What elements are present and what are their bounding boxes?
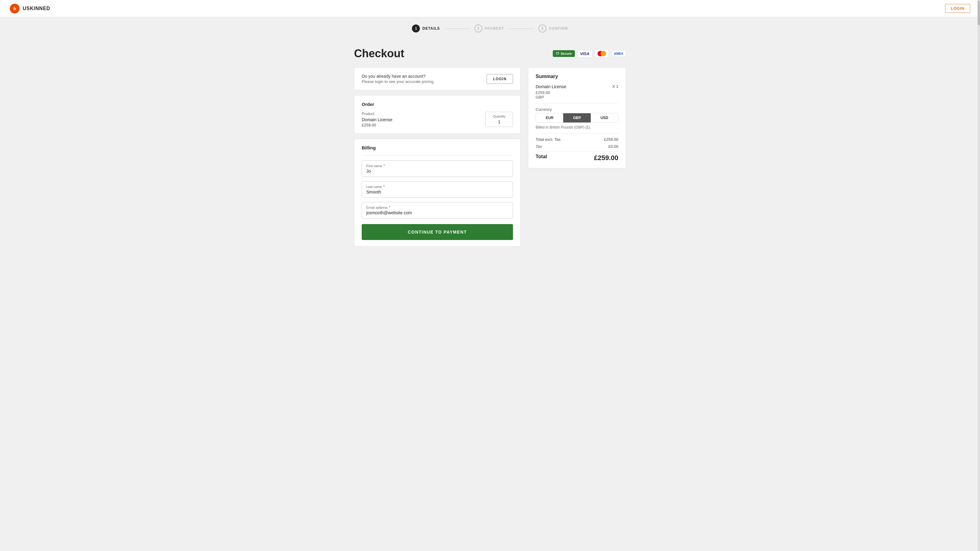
page-title: Checkout bbox=[354, 47, 404, 60]
logo-area: b USKINNED bbox=[10, 4, 50, 13]
continue-to-payment-button[interactable]: CONTINUE TO PAYMENT bbox=[362, 224, 513, 240]
step-divider-1 bbox=[445, 29, 469, 29]
currency-section-label: Currency bbox=[536, 107, 618, 112]
quantity-value: 1 bbox=[491, 119, 508, 124]
currency-usd-button[interactable]: USD bbox=[591, 113, 618, 122]
summary-price-detail: £259.00 bbox=[536, 90, 618, 95]
summary-divider-2 bbox=[536, 133, 618, 133]
first-name-group: First name * Jo bbox=[362, 160, 513, 177]
product-name: Domain License bbox=[362, 117, 392, 122]
billing-section-title: Billing bbox=[362, 145, 513, 150]
steps-bar: 1 DETAILS 2 PAYMENT 3 CONFIRM bbox=[0, 17, 980, 37]
step-payment-circle: 2 bbox=[474, 24, 482, 32]
mastercard-badge bbox=[595, 49, 609, 58]
last-name-field[interactable]: Last name * Smooth bbox=[362, 181, 513, 198]
total-excl-tax-label: Total excl. Tax bbox=[536, 137, 560, 142]
header-login-button[interactable]: LOGIN bbox=[945, 4, 970, 13]
first-name-field[interactable]: First name * Jo bbox=[362, 160, 513, 177]
login-prompt-text: Do you already have an account? Please l… bbox=[362, 74, 434, 84]
logo-icon: b bbox=[10, 4, 20, 13]
step-confirm: 3 CONFIRM bbox=[538, 24, 568, 32]
summary-title: Summary bbox=[536, 74, 618, 79]
step-details: 1 DETAILS bbox=[412, 24, 440, 32]
checkout-header: Checkout 🛡 Secure VISA AMEX bbox=[354, 47, 626, 60]
brand-name: USKINNED bbox=[23, 6, 50, 11]
login-prompt-line2: Please login to see your accurate pricin… bbox=[362, 79, 434, 84]
scrollbar-thumb[interactable] bbox=[978, 1, 980, 25]
login-prompt-button[interactable]: LOGIN bbox=[487, 74, 513, 84]
total-line: Total £259.00 bbox=[536, 151, 618, 162]
billing-divider-top bbox=[362, 155, 513, 156]
secure-badge: 🛡 Secure bbox=[553, 50, 575, 57]
left-column: Do you already have an account? Please l… bbox=[354, 67, 520, 246]
summary-currency-detail: GBP bbox=[536, 95, 618, 100]
billed-note: Billed in British Pounds (GBP) (£). bbox=[536, 125, 618, 130]
tax-value: £0.00 bbox=[608, 144, 618, 149]
step-details-label: DETAILS bbox=[422, 26, 440, 30]
email-label: Email address * bbox=[366, 205, 508, 210]
product-label: Product bbox=[362, 112, 392, 116]
quantity-label: Quantity bbox=[491, 114, 508, 118]
two-col-layout: Do you already have an account? Please l… bbox=[354, 67, 626, 246]
step-divider-2 bbox=[509, 29, 533, 29]
order-card: Order Product Domain License £259.00 Qua… bbox=[354, 95, 520, 134]
order-section-title: Order bbox=[362, 102, 513, 107]
currency-gbp-button[interactable]: GBP bbox=[563, 113, 590, 122]
tax-line: Tax £0.00 bbox=[536, 144, 618, 149]
payment-badges: 🛡 Secure VISA AMEX bbox=[553, 49, 626, 58]
email-field[interactable]: Email address * josmooth@website.com bbox=[362, 202, 513, 219]
summary-product-row: Domain License X 1 bbox=[536, 84, 618, 89]
product-info: Product Domain License £259.00 bbox=[362, 112, 392, 127]
main-content: Checkout 🛡 Secure VISA AMEX bbox=[349, 37, 631, 256]
first-name-label: First name * bbox=[366, 164, 508, 168]
scrollbar[interactable] bbox=[978, 0, 980, 551]
login-prompt-card: Do you already have an account? Please l… bbox=[354, 67, 520, 90]
total-excl-tax-value: £259.00 bbox=[604, 137, 618, 142]
header: b USKINNED LOGIN bbox=[0, 0, 980, 17]
step-payment-label: PAYMENT bbox=[485, 26, 504, 30]
amex-badge: AMEX bbox=[611, 50, 626, 57]
total-excl-tax-line: Total excl. Tax £259.00 bbox=[536, 137, 618, 142]
last-name-label: Last name * bbox=[366, 184, 508, 189]
step-confirm-circle: 3 bbox=[538, 24, 546, 32]
amex-icon: AMEX bbox=[614, 52, 623, 56]
total-value: £259.00 bbox=[594, 154, 618, 162]
first-name-required: * bbox=[383, 164, 385, 168]
tax-label: Tax bbox=[536, 144, 542, 149]
visa-icon: VISA bbox=[580, 51, 589, 56]
mastercard-icon bbox=[598, 51, 606, 56]
billing-card: Billing First name * Jo Last name bbox=[354, 139, 520, 246]
shield-icon: 🛡 bbox=[556, 52, 559, 56]
email-value: josmooth@website.com bbox=[366, 210, 508, 215]
login-prompt-line1: Do you already have an account? bbox=[362, 74, 434, 79]
quantity-box: Quantity 1 bbox=[485, 112, 513, 127]
login-prompt: Do you already have an account? Please l… bbox=[362, 74, 513, 84]
email-group: Email address * josmooth@website.com bbox=[362, 202, 513, 219]
visa-badge: VISA bbox=[577, 50, 592, 57]
product-price: £259.00 bbox=[362, 123, 392, 127]
last-name-required: * bbox=[383, 184, 385, 189]
right-column: Summary Domain License X 1 £259.00 GBP C… bbox=[528, 67, 626, 168]
currency-buttons: EUR GBP USD bbox=[536, 113, 618, 123]
last-name-group: Last name * Smooth bbox=[362, 181, 513, 198]
summary-qty: X 1 bbox=[612, 84, 618, 89]
first-name-value: Jo bbox=[366, 169, 508, 173]
step-confirm-label: CONFIRM bbox=[549, 26, 568, 30]
summary-divider-1 bbox=[536, 103, 618, 103]
step-payment: 2 PAYMENT bbox=[474, 24, 504, 32]
email-required: * bbox=[389, 205, 390, 210]
summary-product-name: Domain License bbox=[536, 84, 566, 89]
total-label: Total bbox=[536, 154, 547, 162]
last-name-value: Smooth bbox=[366, 189, 508, 194]
order-row: Product Domain License £259.00 Quantity … bbox=[362, 112, 513, 127]
step-details-circle: 1 bbox=[412, 24, 420, 32]
currency-eur-button[interactable]: EUR bbox=[536, 113, 563, 122]
summary-card: Summary Domain License X 1 £259.00 GBP C… bbox=[528, 67, 626, 168]
